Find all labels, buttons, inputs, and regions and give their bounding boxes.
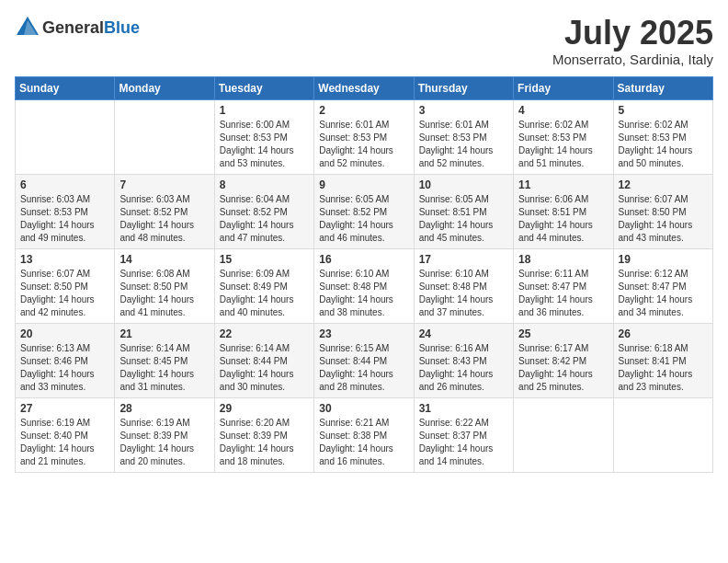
month-title: July 2025 — [552, 15, 713, 52]
weekday-header-saturday: Saturday — [613, 76, 712, 99]
day-number: 15 — [220, 253, 309, 266]
calendar-cell: 28Sunrise: 6:19 AM Sunset: 8:39 PM Dayli… — [115, 397, 214, 472]
day-info: Sunrise: 6:22 AM Sunset: 8:37 PM Dayligh… — [419, 417, 508, 468]
day-number: 16 — [319, 253, 408, 266]
day-info: Sunrise: 6:06 AM Sunset: 8:51 PM Dayligh… — [518, 193, 608, 245]
day-number: 23 — [319, 327, 408, 340]
day-number: 29 — [220, 402, 309, 415]
calendar-cell: 29Sunrise: 6:20 AM Sunset: 8:39 PM Dayli… — [214, 397, 313, 472]
day-number: 7 — [119, 178, 209, 191]
day-number: 22 — [220, 327, 309, 340]
day-info: Sunrise: 6:00 AM Sunset: 8:53 PM Dayligh… — [220, 119, 309, 170]
day-number: 13 — [20, 253, 109, 266]
calendar-cell: 14Sunrise: 6:08 AM Sunset: 8:50 PM Dayli… — [115, 248, 214, 323]
day-info: Sunrise: 6:17 AM Sunset: 8:42 PM Dayligh… — [518, 342, 608, 394]
calendar-cell: 7Sunrise: 6:03 AM Sunset: 8:52 PM Daylig… — [115, 174, 214, 248]
day-number: 2 — [319, 104, 408, 117]
logo-icon — [15, 15, 40, 40]
day-info: Sunrise: 6:02 AM Sunset: 8:53 PM Dayligh… — [518, 119, 608, 170]
day-info: Sunrise: 6:14 AM Sunset: 8:44 PM Dayligh… — [220, 342, 309, 394]
day-info: Sunrise: 6:19 AM Sunset: 8:39 PM Dayligh… — [119, 417, 209, 468]
logo: GeneralBlue — [15, 15, 140, 40]
day-info: Sunrise: 6:20 AM Sunset: 8:39 PM Dayligh… — [220, 417, 309, 468]
calendar-cell: 10Sunrise: 6:05 AM Sunset: 8:51 PM Dayli… — [414, 174, 513, 248]
day-number: 30 — [319, 402, 408, 415]
calendar-week-row: 13Sunrise: 6:07 AM Sunset: 8:50 PM Dayli… — [16, 248, 713, 323]
day-number: 21 — [119, 327, 209, 340]
day-number: 19 — [619, 253, 708, 266]
weekday-header-friday: Friday — [514, 76, 613, 99]
weekday-header-thursday: Thursday — [414, 76, 513, 99]
weekday-header-monday: Monday — [115, 76, 214, 99]
day-info: Sunrise: 6:05 AM Sunset: 8:52 PM Dayligh… — [319, 193, 408, 245]
day-info: Sunrise: 6:01 AM Sunset: 8:53 PM Dayligh… — [319, 119, 408, 170]
day-info: Sunrise: 6:14 AM Sunset: 8:45 PM Dayligh… — [119, 342, 209, 394]
day-info: Sunrise: 6:15 AM Sunset: 8:44 PM Dayligh… — [319, 342, 408, 394]
day-info: Sunrise: 6:10 AM Sunset: 8:48 PM Dayligh… — [419, 268, 508, 319]
calendar-cell: 3Sunrise: 6:01 AM Sunset: 8:53 PM Daylig… — [414, 99, 513, 174]
day-number: 9 — [319, 178, 408, 191]
day-info: Sunrise: 6:16 AM Sunset: 8:43 PM Dayligh… — [419, 342, 508, 394]
day-number: 31 — [419, 402, 508, 415]
calendar-week-row: 1Sunrise: 6:00 AM Sunset: 8:53 PM Daylig… — [16, 99, 713, 174]
day-number: 11 — [518, 178, 608, 191]
calendar-week-row: 27Sunrise: 6:19 AM Sunset: 8:40 PM Dayli… — [16, 397, 713, 472]
day-info: Sunrise: 6:02 AM Sunset: 8:53 PM Dayligh… — [619, 119, 708, 170]
day-number: 24 — [419, 327, 508, 340]
day-number: 8 — [220, 178, 309, 191]
calendar-cell: 15Sunrise: 6:09 AM Sunset: 8:49 PM Dayli… — [214, 248, 313, 323]
calendar-cell: 12Sunrise: 6:07 AM Sunset: 8:50 PM Dayli… — [613, 174, 712, 248]
calendar-cell: 2Sunrise: 6:01 AM Sunset: 8:53 PM Daylig… — [314, 99, 414, 174]
calendar-table: SundayMondayTuesdayWednesdayThursdayFrid… — [15, 76, 713, 473]
calendar-cell: 6Sunrise: 6:03 AM Sunset: 8:53 PM Daylig… — [16, 174, 115, 248]
day-number: 4 — [518, 104, 608, 117]
day-info: Sunrise: 6:18 AM Sunset: 8:41 PM Dayligh… — [619, 342, 708, 394]
calendar-cell: 1Sunrise: 6:00 AM Sunset: 8:53 PM Daylig… — [214, 99, 313, 174]
day-info: Sunrise: 6:19 AM Sunset: 8:40 PM Dayligh… — [20, 417, 109, 468]
calendar-cell: 17Sunrise: 6:10 AM Sunset: 8:48 PM Dayli… — [414, 248, 513, 323]
day-number: 10 — [419, 178, 508, 191]
day-info: Sunrise: 6:10 AM Sunset: 8:48 PM Dayligh… — [319, 268, 408, 319]
day-info: Sunrise: 6:21 AM Sunset: 8:38 PM Dayligh… — [319, 417, 408, 468]
calendar-cell — [514, 397, 613, 472]
calendar-week-row: 20Sunrise: 6:13 AM Sunset: 8:46 PM Dayli… — [16, 323, 713, 397]
calendar-cell: 13Sunrise: 6:07 AM Sunset: 8:50 PM Dayli… — [16, 248, 115, 323]
day-number: 18 — [518, 253, 608, 266]
calendar-cell: 20Sunrise: 6:13 AM Sunset: 8:46 PM Dayli… — [16, 323, 115, 397]
calendar-cell: 4Sunrise: 6:02 AM Sunset: 8:53 PM Daylig… — [514, 99, 613, 174]
day-info: Sunrise: 6:08 AM Sunset: 8:50 PM Dayligh… — [119, 268, 209, 319]
day-number: 6 — [20, 178, 109, 191]
calendar-cell: 25Sunrise: 6:17 AM Sunset: 8:42 PM Dayli… — [514, 323, 613, 397]
day-number: 25 — [518, 327, 608, 340]
weekday-header-tuesday: Tuesday — [214, 76, 313, 99]
calendar-cell: 26Sunrise: 6:18 AM Sunset: 8:41 PM Dayli… — [613, 323, 712, 397]
day-number: 20 — [20, 327, 109, 340]
page-header: GeneralBlue July 2025 Monserrato, Sardin… — [15, 15, 713, 67]
day-info: Sunrise: 6:04 AM Sunset: 8:52 PM Dayligh… — [220, 193, 309, 245]
day-number: 26 — [619, 327, 708, 340]
logo-text-general: General — [42, 18, 104, 37]
weekday-header-row: SundayMondayTuesdayWednesdayThursdayFrid… — [16, 76, 713, 99]
calendar-cell — [613, 397, 712, 472]
calendar-cell — [16, 99, 115, 174]
day-info: Sunrise: 6:05 AM Sunset: 8:51 PM Dayligh… — [419, 193, 508, 245]
calendar-cell: 8Sunrise: 6:04 AM Sunset: 8:52 PM Daylig… — [214, 174, 313, 248]
day-number: 27 — [20, 402, 109, 415]
logo-text-blue: Blue — [104, 18, 140, 37]
calendar-cell: 16Sunrise: 6:10 AM Sunset: 8:48 PM Dayli… — [314, 248, 414, 323]
day-info: Sunrise: 6:03 AM Sunset: 8:53 PM Dayligh… — [20, 193, 109, 245]
calendar-cell: 9Sunrise: 6:05 AM Sunset: 8:52 PM Daylig… — [314, 174, 414, 248]
day-number: 28 — [119, 402, 209, 415]
day-info: Sunrise: 6:11 AM Sunset: 8:47 PM Dayligh… — [518, 268, 608, 319]
calendar-cell: 21Sunrise: 6:14 AM Sunset: 8:45 PM Dayli… — [115, 323, 214, 397]
day-info: Sunrise: 6:07 AM Sunset: 8:50 PM Dayligh… — [20, 268, 109, 319]
day-number: 1 — [220, 104, 309, 117]
day-info: Sunrise: 6:07 AM Sunset: 8:50 PM Dayligh… — [619, 193, 708, 245]
day-info: Sunrise: 6:01 AM Sunset: 8:53 PM Dayligh… — [419, 119, 508, 170]
title-block: July 2025 Monserrato, Sardinia, Italy — [552, 15, 713, 67]
location-title: Monserrato, Sardinia, Italy — [552, 52, 713, 67]
day-info: Sunrise: 6:03 AM Sunset: 8:52 PM Dayligh… — [119, 193, 209, 245]
calendar-cell: 31Sunrise: 6:22 AM Sunset: 8:37 PM Dayli… — [414, 397, 513, 472]
calendar-cell: 18Sunrise: 6:11 AM Sunset: 8:47 PM Dayli… — [514, 248, 613, 323]
calendar-cell: 27Sunrise: 6:19 AM Sunset: 8:40 PM Dayli… — [16, 397, 115, 472]
